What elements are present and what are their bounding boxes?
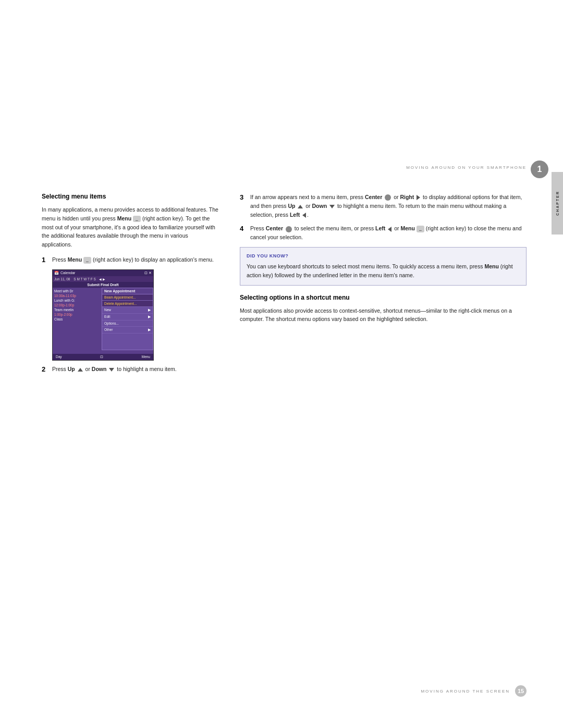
phone-titlebar: 📅 Calendar ⊡ ✕ (53, 270, 153, 276)
step-2: 2 Press Up or Down to highlight a menu i… (42, 365, 219, 374)
phone-menu-item-4: Edit▶ (102, 314, 153, 320)
phone-app-icon: 📅 (54, 271, 59, 275)
step-4-number: 4 (240, 224, 250, 232)
phone-titlebar-right: ⊡ ✕ (144, 271, 152, 275)
phone-footer-menu: Menu (142, 355, 150, 359)
step-2-number: 2 (42, 365, 52, 373)
did-you-know-label: DID YOU KNOW? (247, 253, 520, 260)
footer-page-number: 15 (515, 685, 527, 697)
step-3-number: 3 (240, 193, 250, 201)
chapter-tab: CHAPTER (552, 172, 563, 235)
footer-area: MOVING AROUND THE SCREEN 15 (0, 685, 563, 697)
phone-menu-item-3: New▶ (102, 307, 153, 314)
did-you-know-text: You can use keyboard shortcuts to select… (247, 263, 513, 278)
phone-menu-item-2: Delete Appointment... (102, 301, 153, 307)
phone-days: S M T W T F S (74, 277, 96, 281)
header-title: MOVING AROUND ON YOUR SMARTPHONE (406, 165, 527, 170)
phone-menu-item-6: Other▶ (102, 327, 153, 334)
left-column: Selecting menu items In many application… (42, 193, 219, 665)
phone-footer-day: Day (56, 355, 62, 359)
right-column: 3 If an arrow appears next to a menu ite… (240, 193, 527, 665)
cal-item-6: 1:00p-2:00p (54, 312, 100, 317)
cal-item-7: Class (54, 317, 100, 322)
selecting-options-text: Most applications also provide access to… (240, 306, 527, 324)
cal-item-2: 10:30a-11:03p (54, 293, 100, 298)
step-4-text: Press Center to select the menu item, or… (250, 224, 527, 242)
step-3-text: If an arrow appears next to a menu item,… (250, 193, 527, 219)
phone-titlebar-left: 📅 Calendar (54, 271, 75, 275)
step-4: 4 Press Center to select the menu item, … (240, 224, 527, 242)
chapter-number-circle: 1 (531, 161, 548, 178)
footer-text: MOVING AROUND THE SCREEN (421, 689, 510, 694)
phone-menu-header: New Appointment (102, 288, 153, 294)
phone-screenshot: 📅 Calendar ⊡ ✕ Jun 11, 08 S M T W T F S … (52, 269, 154, 361)
cal-item-5: Team meetin (54, 307, 100, 312)
phone-footer: Day ⊡ Menu (53, 354, 153, 360)
cal-item-1: Meet with Dr (54, 289, 100, 293)
page-container: 1 CHAPTER MOVING AROUND ON YOUR SMARTPHO… (0, 0, 563, 728)
phone-date: Jun 11, 08 (54, 277, 70, 281)
phone-action-bar: Submit Final Draft (53, 282, 153, 288)
section-title-left: Selecting menu items (42, 193, 219, 200)
phone-menu-item-5: Options... (102, 320, 153, 327)
step-3: 3 If an arrow appears next to a menu ite… (240, 193, 527, 219)
step-2-text: Press Up or Down to highlight a menu ite… (52, 365, 219, 374)
phone-content: Meet with Dr 10:30a-11:03p Lunch with G:… (53, 288, 153, 350)
phone-icons: ⊡ ✕ (144, 271, 152, 275)
step-1-number: 1 (42, 255, 52, 264)
step-1-text: Press Menu ⎯ (right action key) to displ… (52, 255, 219, 264)
header-area: MOVING AROUND ON YOUR SMARTPHONE (240, 162, 527, 171)
phone-app-title: Calendar (60, 271, 75, 275)
content-area: Selecting menu items In many application… (42, 193, 527, 665)
step-1: 1 Press Menu ⎯ (right action key) to dis… (42, 255, 219, 264)
did-you-know-box: DID YOU KNOW? You can use keyboard short… (240, 247, 527, 286)
intro-text: In many applications, a menu provides ac… (42, 205, 219, 249)
phone-footer-icon: ⊡ (100, 355, 103, 359)
phone-right-panel: New Appointment Beam Appointment... Dele… (102, 288, 153, 350)
phone-menu-item-1: Beam Appointment... (102, 294, 153, 301)
chapter-number: 1 (537, 165, 542, 174)
phone-datebar: Jun 11, 08 S M T W T F S ◀ ▶ (53, 276, 153, 282)
section-title-shortcut: Selecting options in a shortcut menu (240, 294, 527, 301)
chapter-tab-label: CHAPTER (556, 191, 559, 216)
cal-item-4: 12:00p-1:00p (54, 303, 100, 307)
phone-nav-arrows: ◀ ▶ (99, 277, 105, 281)
phone-left-panel: Meet with Dr 10:30a-11:03p Lunch with G:… (53, 288, 102, 350)
cal-item-3: Lunch with G: (54, 298, 100, 303)
